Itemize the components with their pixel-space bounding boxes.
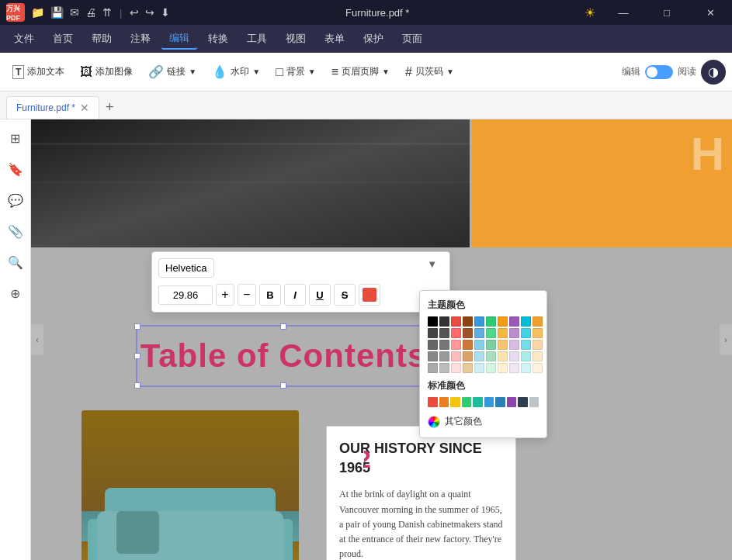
theme-color-cell[interactable] bbox=[439, 363, 449, 373]
background-button[interactable]: □ 背景 ▼ bbox=[269, 62, 322, 82]
theme-color-cell[interactable] bbox=[521, 316, 531, 327]
theme-color-cell[interactable] bbox=[486, 351, 496, 361]
selected-text-box[interactable]: Table of Contents bbox=[136, 325, 431, 387]
theme-color-cell[interactable] bbox=[474, 316, 484, 327]
standard-color-cell[interactable] bbox=[529, 397, 539, 407]
theme-color-cell[interactable] bbox=[521, 351, 531, 361]
sidebar-search-btn[interactable]: 🔍 bbox=[3, 250, 28, 275]
theme-color-cell[interactable] bbox=[521, 328, 531, 338]
header-footer-button[interactable]: ≡ 页眉页脚 ▼ bbox=[325, 62, 396, 82]
link-dropdown-icon[interactable]: ▼ bbox=[189, 67, 196, 76]
theme-color-cell[interactable] bbox=[533, 340, 543, 350]
right-collapse-button[interactable]: › bbox=[720, 324, 732, 355]
save-icon[interactable]: 💾 bbox=[50, 6, 64, 19]
minimize-button[interactable]: — bbox=[608, 0, 639, 25]
add-text-button[interactable]: T 添加文本 bbox=[6, 62, 71, 82]
more-icon[interactable]: ⬇ bbox=[161, 6, 170, 19]
theme-color-cell[interactable] bbox=[533, 351, 543, 361]
theme-color-cell[interactable] bbox=[521, 340, 531, 350]
handle-middle-left[interactable] bbox=[134, 353, 141, 359]
theme-color-cell[interactable] bbox=[451, 340, 461, 350]
theme-color-cell[interactable] bbox=[428, 340, 438, 350]
standard-color-cell[interactable] bbox=[507, 397, 517, 407]
share-icon[interactable]: ⇈ bbox=[102, 6, 112, 19]
sidebar-bookmark-btn[interactable]: 🔖 bbox=[3, 157, 28, 181]
menu-form[interactable]: 表单 bbox=[317, 29, 352, 49]
more-colors-button[interactable]: 其它颜色 bbox=[428, 413, 539, 430]
font-select[interactable]: Helvetica bbox=[158, 258, 214, 278]
theme-color-cell[interactable] bbox=[463, 351, 473, 361]
left-collapse-button[interactable]: ‹ bbox=[31, 324, 43, 355]
theme-color-cell[interactable] bbox=[486, 316, 496, 327]
theme-color-cell[interactable] bbox=[439, 340, 449, 350]
sidebar-attachment-btn[interactable]: 📎 bbox=[3, 219, 28, 244]
font-size-decrease-button[interactable]: − bbox=[238, 284, 256, 306]
mode-toggle[interactable] bbox=[645, 65, 673, 79]
link-button[interactable]: 🔗 链接 ▼ bbox=[142, 61, 203, 82]
theme-color-cell[interactable] bbox=[439, 351, 449, 361]
theme-color-cell[interactable] bbox=[509, 328, 519, 338]
menu-page[interactable]: 页面 bbox=[394, 29, 430, 49]
theme-color-cell[interactable] bbox=[498, 328, 508, 338]
standard-color-cell[interactable] bbox=[462, 397, 472, 407]
handle-top-center[interactable] bbox=[280, 323, 286, 330]
theme-color-cell[interactable] bbox=[509, 340, 519, 350]
maximize-button[interactable]: □ bbox=[651, 0, 682, 25]
theme-color-cell[interactable] bbox=[533, 363, 543, 373]
theme-color-cell[interactable] bbox=[463, 340, 473, 350]
sidebar-comment-btn[interactable]: 💬 bbox=[3, 188, 28, 213]
profile-icon[interactable]: ◑ bbox=[701, 60, 726, 85]
theme-color-cell[interactable] bbox=[498, 340, 508, 350]
theme-color-cell[interactable] bbox=[463, 328, 473, 338]
background-dropdown-icon[interactable]: ▼ bbox=[308, 67, 316, 76]
standard-color-cell[interactable] bbox=[428, 397, 438, 407]
menu-annotate[interactable]: 注释 bbox=[123, 29, 158, 49]
theme-color-cell[interactable] bbox=[474, 328, 484, 338]
theme-color-cell[interactable] bbox=[451, 351, 461, 361]
standard-color-cell[interactable] bbox=[484, 397, 494, 407]
print-icon[interactable]: 🖨 bbox=[85, 6, 96, 19]
header-footer-dropdown-icon[interactable]: ▼ bbox=[382, 67, 390, 76]
standard-color-cell[interactable] bbox=[439, 397, 449, 407]
theme-color-cell[interactable] bbox=[463, 316, 473, 327]
theme-color-cell[interactable] bbox=[451, 316, 461, 327]
open-icon[interactable]: 📁 bbox=[31, 6, 44, 19]
theme-color-cell[interactable] bbox=[509, 351, 519, 361]
theme-color-cell[interactable] bbox=[428, 328, 438, 338]
theme-color-cell[interactable] bbox=[498, 363, 508, 373]
menu-protect[interactable]: 保护 bbox=[356, 29, 391, 49]
theme-color-cell[interactable] bbox=[486, 340, 496, 350]
theme-color-cell[interactable] bbox=[474, 351, 484, 361]
menu-view[interactable]: 视图 bbox=[278, 29, 314, 49]
standard-color-cell[interactable] bbox=[518, 397, 528, 407]
menu-edit[interactable]: 编辑 bbox=[161, 28, 197, 50]
handle-top-left[interactable] bbox=[134, 323, 141, 330]
standard-color-cell[interactable] bbox=[473, 397, 483, 407]
font-size-increase-button[interactable]: + bbox=[216, 284, 234, 306]
theme-color-cell[interactable] bbox=[474, 340, 484, 350]
undo-icon[interactable]: ↩ bbox=[130, 6, 139, 19]
theme-color-cell[interactable] bbox=[439, 328, 449, 338]
handle-bottom-left[interactable] bbox=[134, 382, 141, 389]
theme-color-cell[interactable] bbox=[486, 328, 496, 338]
theme-color-cell[interactable] bbox=[451, 363, 461, 373]
theme-color-cell[interactable] bbox=[498, 316, 508, 327]
theme-color-cell[interactable] bbox=[474, 363, 484, 373]
sidebar-thumbnail-btn[interactable]: ⊞ bbox=[3, 126, 28, 150]
add-image-button[interactable]: 🖼 添加图像 bbox=[74, 62, 139, 82]
handle-bottom-center[interactable] bbox=[280, 382, 286, 389]
email-icon[interactable]: ✉ bbox=[70, 6, 79, 19]
theme-color-cell[interactable] bbox=[533, 328, 543, 338]
menu-file[interactable]: 文件 bbox=[6, 29, 42, 49]
theme-color-cell[interactable] bbox=[428, 351, 438, 361]
strikethrough-button[interactable]: S bbox=[334, 284, 356, 306]
tab-close-button[interactable]: ✕ bbox=[80, 102, 89, 114]
standard-color-cell[interactable] bbox=[495, 397, 505, 407]
bates-button[interactable]: # 贝茨码 ▼ bbox=[399, 62, 460, 82]
theme-color-cell[interactable] bbox=[428, 316, 438, 327]
add-tab-button[interactable]: + bbox=[99, 96, 120, 119]
theme-color-cell[interactable] bbox=[498, 351, 508, 361]
italic-button[interactable]: I bbox=[284, 284, 306, 306]
watermark-dropdown-icon[interactable]: ▼ bbox=[252, 67, 260, 76]
text-color-button[interactable] bbox=[359, 284, 380, 306]
